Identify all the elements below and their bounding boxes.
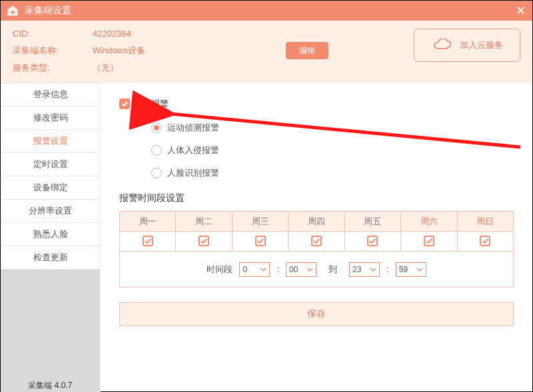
check-icon xyxy=(200,237,208,245)
titlebar: 采集端设置 ✕ xyxy=(1,1,532,21)
time-range-row: 时间段 0 : 00 到 23 : 59 xyxy=(119,252,514,288)
cid-label: CID: xyxy=(13,29,93,39)
svg-point-0 xyxy=(11,11,15,14)
to-minute-select[interactable]: 59 xyxy=(396,262,426,277)
sidebar-item-login-info[interactable]: 登录信息 xyxy=(1,83,100,106)
sidebar-filler xyxy=(1,270,100,392)
sidebar: 登录信息 修改密码 报警设置 定时设置 设备绑定 分辨率设置 熟悉人脸 检查更新… xyxy=(1,83,101,392)
radio-icon xyxy=(151,145,162,156)
sidebar-item-check-update[interactable]: 检查更新 xyxy=(1,246,100,270)
edit-button[interactable]: 编辑 xyxy=(286,42,328,59)
day-checkbox-fri[interactable] xyxy=(367,236,378,246)
radio-icon xyxy=(151,168,162,178)
week-header-fri: 周五 xyxy=(344,212,400,232)
radio-face-recognition[interactable]: 人脸识别报警 xyxy=(151,167,514,179)
sidebar-item-alarm-settings[interactable]: 报警设置 xyxy=(1,129,100,153)
radio-motion-detect[interactable]: 运动侦测报警 xyxy=(151,122,514,134)
day-checkbox-sat[interactable] xyxy=(424,236,434,246)
chevron-down-icon xyxy=(260,266,266,273)
week-header-tue: 周二 xyxy=(176,212,232,232)
name-value: Windows设备 xyxy=(93,45,259,57)
time-range-label: 时间段 xyxy=(207,264,233,276)
version-label: 采集端 4.0.7 xyxy=(1,380,100,391)
detect-alarm-label: 侦测报警 xyxy=(134,98,169,110)
from-minute-value: 00 xyxy=(289,265,298,274)
week-header-wed: 周三 xyxy=(232,212,288,232)
chevron-down-icon xyxy=(416,266,423,273)
close-icon[interactable]: ✕ xyxy=(516,3,526,18)
save-button[interactable]: 保存 xyxy=(119,302,514,326)
cid-value: 42202384 xyxy=(93,29,259,39)
week-header-sat: 周六 xyxy=(401,212,457,232)
day-checkbox-sun[interactable] xyxy=(480,236,490,246)
info-panel: CID: 42202384 采集端名称: Windows设备 编辑 服务类型: … xyxy=(1,21,532,83)
week-table: 周一 周二 周三 周四 周五 周六 周日 xyxy=(119,211,514,252)
sidebar-item-device-binding[interactable]: 设备绑定 xyxy=(1,176,100,200)
app-logo-icon xyxy=(6,4,19,17)
to-hour-value: 23 xyxy=(352,265,361,274)
time-to-label: 到 xyxy=(328,264,337,276)
day-checkbox-wed[interactable] xyxy=(255,236,266,246)
day-checkbox-mon[interactable] xyxy=(143,236,153,246)
check-icon xyxy=(121,100,129,108)
sidebar-item-resolution-settings[interactable]: 分辨率设置 xyxy=(1,199,100,223)
service-label: 服务类型: xyxy=(13,62,93,74)
colon: : xyxy=(386,264,389,274)
sidebar-item-familiar-faces[interactable]: 熟悉人脸 xyxy=(1,222,100,246)
check-icon xyxy=(368,237,376,245)
from-minute-select[interactable]: 00 xyxy=(286,262,316,277)
radio-label: 人脸识别报警 xyxy=(167,167,219,179)
week-header-thu: 周四 xyxy=(288,212,344,232)
check-icon xyxy=(425,237,433,245)
from-hour-value: 0 xyxy=(243,265,247,274)
check-icon xyxy=(144,237,152,245)
schedule-title: 报警时间段设置 xyxy=(119,192,514,204)
alarm-type-radio-group: 运动侦测报警 人体入侵报警 人脸识别报警 xyxy=(151,122,514,179)
cloud-label: 加入云服务 xyxy=(460,39,503,51)
check-icon xyxy=(481,237,489,245)
week-header-mon: 周一 xyxy=(120,212,176,232)
service-value: （无） xyxy=(93,62,259,74)
radio-label: 人体入侵报警 xyxy=(167,144,219,156)
radio-icon xyxy=(151,122,162,133)
chevron-down-icon xyxy=(306,266,313,273)
cloud-icon xyxy=(432,39,452,52)
sidebar-item-timer-settings[interactable]: 定时设置 xyxy=(1,152,100,176)
from-hour-select[interactable]: 0 xyxy=(239,262,270,277)
to-minute-value: 59 xyxy=(399,265,408,274)
radio-label: 运动侦测报警 xyxy=(167,122,219,134)
check-icon xyxy=(312,237,320,245)
name-label: 采集端名称: xyxy=(13,45,93,57)
main-panel: 侦测报警 运动侦测报警 人体入侵报警 人脸识别报警 报警时间段设置 xyxy=(101,83,532,392)
day-checkbox-tue[interactable] xyxy=(199,236,209,246)
to-hour-select[interactable]: 23 xyxy=(349,262,380,277)
detect-alarm-checkbox[interactable] xyxy=(119,98,130,109)
sidebar-item-change-password[interactable]: 修改密码 xyxy=(1,106,100,130)
chevron-down-icon xyxy=(370,266,376,273)
radio-human-intrusion[interactable]: 人体入侵报警 xyxy=(151,144,514,156)
week-header-sun: 周日 xyxy=(457,212,513,232)
check-icon xyxy=(257,237,265,245)
day-checkbox-thu[interactable] xyxy=(311,236,322,246)
window-title: 采集端设置 xyxy=(25,5,71,17)
join-cloud-button[interactable]: 加入云服务 xyxy=(414,29,520,62)
colon: : xyxy=(276,264,279,274)
